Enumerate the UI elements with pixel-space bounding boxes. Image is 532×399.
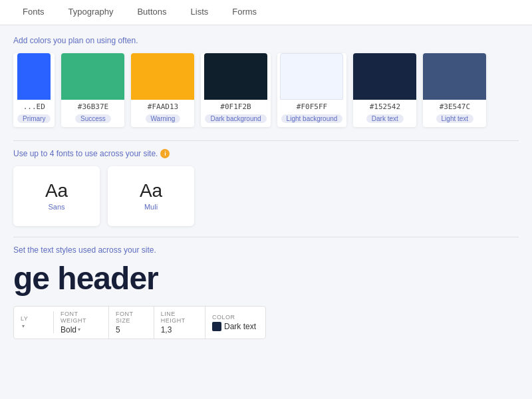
tab-lists[interactable]: Lists [179,0,221,25]
font-sample-sans: Aa [45,182,68,200]
color-badge-dark-bg: Dark background [205,114,266,123]
color-badge-primary: Primary [17,114,51,123]
color-card-success[interactable]: #36B37E Success [61,53,124,127]
typography-preview: ge header [13,261,519,297]
weight-text: Bold [61,325,76,334]
style-bar: LY ▾ FONT WEIGHT Bold ▾ FONT SIZE 5 LINE… [13,306,266,339]
style-bar-line-height: LINE HEIGHT 1,3 [154,307,205,338]
divider-2 [13,237,519,237]
weight-label: FONT WEIGHT [61,311,102,324]
style-bar-weight: FONT WEIGHT Bold ▾ [54,307,109,338]
typo-hint: Set the text styles used across your sit… [13,245,519,255]
color-badge-dark-text: Dark text [366,114,404,123]
color-text: Dark text [224,322,256,331]
line-height-label: LINE HEIGHT [161,311,198,324]
font-name-sans: Sans [48,203,65,211]
color-badge-success: Success [75,114,111,123]
color-badge-warning: Warning [146,114,181,123]
size-value[interactable]: 5 [116,325,147,334]
color-hex-primary: ...ED [17,102,51,111]
size-text: 5 [116,325,120,334]
weight-chevron: ▾ [78,327,80,332]
color-card-warning[interactable]: #FAAD13 Warning [131,53,194,127]
divider-1 [13,140,519,141]
family-label: LY [21,315,47,322]
family-chevron: ▾ [22,323,25,329]
color-dot [212,322,221,331]
color-hex-light-text: #3E547C [427,102,482,111]
color-hex-warning: #FAAD13 [135,102,190,111]
line-height-value[interactable]: 1,3 [161,325,198,334]
color-card-light-text[interactable]: #3E547C Light text [423,53,486,127]
tab-buttons[interactable]: Buttons [125,0,178,25]
color-card-light-bg[interactable]: #F0F5FF Light background [277,53,347,127]
color-hex-light-bg: #F0F5FF [281,102,343,111]
nav-tabs: Fonts Typography Buttons Lists Forms [0,0,532,25]
main-content: Add colors you plan on using often. ...E… [0,25,532,398]
font-card-muli[interactable]: Aa Muli [108,166,194,226]
color-badge-light-bg: Light background [281,114,343,123]
color-card-dark-text[interactable]: #152542 Dark text [353,53,416,127]
color-hex-dark-bg: #0F1F2B [205,102,266,111]
style-bar-size: FONT SIZE 5 [109,307,154,338]
fonts-hint-text: Use up to 4 fonts to use across your sit… [13,149,158,158]
tab-fonts[interactable]: Fonts [11,0,57,25]
size-label: FONT SIZE [116,311,147,324]
style-bar-color: COLOR Dark text [205,310,265,335]
fonts-hint: Use up to 4 fonts to use across your sit… [13,149,519,158]
line-height-text: 1,3 [161,325,172,334]
color-card-dark-bg[interactable]: #0F1F2B Dark background [201,53,270,127]
color-card-primary[interactable]: ...ED Primary [13,53,55,127]
font-cards: Aa Sans Aa Muli [13,166,519,226]
color-badge-light-text: Light text [436,114,474,123]
font-card-sans[interactable]: Aa Sans [13,166,100,226]
font-sample-muli: Aa [140,182,162,200]
color-value[interactable]: Dark text [212,322,259,331]
color-hex-success: #36B37E [65,102,120,111]
tab-typography[interactable]: Typography [57,0,126,25]
style-bar-family: LY ▾ [14,311,54,333]
info-icon: i [160,149,170,158]
color-swatches: ...ED Primary #36B37E Success #FAAD13 Wa… [13,53,519,127]
colors-hint: Add colors you plan on using often. [13,36,519,45]
color-hex-dark-text: #152542 [357,102,412,111]
font-name-muli: Muli [144,203,158,211]
tab-forms[interactable]: Forms [220,0,269,25]
color-label: COLOR [212,314,259,321]
family-value[interactable]: ▾ [21,323,47,329]
weight-value[interactable]: Bold ▾ [61,325,102,334]
